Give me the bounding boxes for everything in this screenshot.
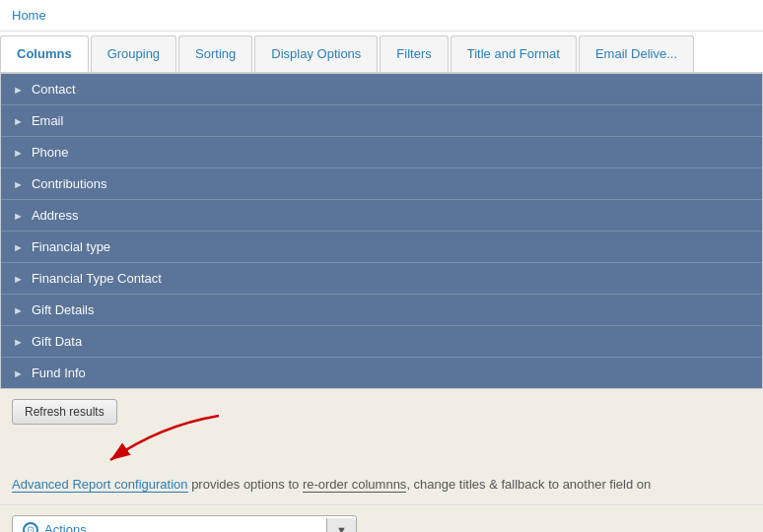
info-rest: , change titles & fallback to another fi… (406, 477, 651, 492)
section-label: Contact (32, 82, 76, 97)
tab-sorting[interactable]: Sorting (178, 35, 252, 72)
section-label: Financial Type Contact (32, 271, 162, 286)
advanced-config-link[interactable]: Advanced Report configuration (12, 477, 188, 493)
tab-title-and-format[interactable]: Title and Format (451, 35, 577, 72)
triangle-icon: ► (13, 336, 24, 348)
triangle-icon: ► (13, 178, 24, 190)
info-text: Advanced Report configuration provides o… (12, 475, 751, 495)
section-label: Phone (32, 145, 69, 160)
section-label: Financial type (32, 239, 110, 254)
tab-display-options[interactable]: Display Options (254, 35, 378, 72)
info-section: Advanced Report configuration provides o… (0, 434, 763, 504)
section-label: Gift Data (32, 334, 82, 349)
content-area: ►Contact►Email►Phone►Contributions►Addre… (0, 73, 763, 504)
section-label: Fund Info (32, 366, 86, 380)
tabs-container: ColumnsGroupingSortingDisplay OptionsFil… (0, 32, 763, 73)
triangle-icon: ► (13, 367, 24, 379)
section-label: Email (32, 113, 64, 128)
section-label: Contributions (32, 176, 107, 191)
actions-bar: ⊙ Actions ▼ (0, 504, 763, 533)
section-row-email[interactable]: ►Email (1, 105, 762, 137)
section-row-financial-type-contact[interactable]: ►Financial Type Contact (1, 263, 762, 295)
section-row-fund-info[interactable]: ►Fund Info (1, 358, 762, 388)
info-underline: re-order columnns (303, 477, 407, 493)
section-label: Gift Details (32, 302, 95, 317)
triangle-icon: ► (13, 304, 24, 316)
breadcrumb: Home (0, 0, 763, 32)
section-list: ►Contact►Email►Phone►Contributions►Addre… (0, 73, 763, 389)
section-row-contact[interactable]: ►Contact (1, 74, 762, 105)
tab-filters[interactable]: Filters (380, 35, 448, 72)
section-label: Address (32, 208, 79, 223)
page-wrapper: Home ColumnsGroupingSortingDisplay Optio… (0, 0, 763, 532)
section-row-phone[interactable]: ►Phone (1, 137, 762, 168)
actions-left: ⊙ Actions (13, 516, 326, 533)
section-row-address[interactable]: ►Address (1, 200, 762, 232)
triangle-icon: ► (13, 147, 24, 159)
tab-columns[interactable]: Columns (0, 35, 89, 72)
tab-grouping[interactable]: Grouping (91, 35, 176, 72)
section-row-gift-details[interactable]: ►Gift Details (1, 295, 762, 326)
triangle-icon: ► (13, 273, 24, 285)
actions-chevron-icon: ▼ (326, 518, 356, 533)
section-row-contributions[interactable]: ►Contributions (1, 168, 762, 200)
tab-email-delivery[interactable]: Email Delive... (579, 35, 694, 72)
triangle-icon: ► (13, 241, 24, 253)
triangle-icon: ► (13, 115, 24, 127)
arrow-area (12, 440, 751, 475)
info-body: provides options to (188, 477, 303, 492)
triangle-icon: ► (13, 210, 24, 222)
section-row-gift-data[interactable]: ►Gift Data (1, 326, 762, 358)
actions-circle-icon: ⊙ (23, 522, 38, 533)
actions-dropdown[interactable]: ⊙ Actions ▼ (12, 515, 357, 533)
red-arrow-svg (81, 411, 239, 470)
home-link[interactable]: Home (12, 8, 46, 23)
section-row-financial-type[interactable]: ►Financial type (1, 232, 762, 263)
triangle-icon: ► (13, 84, 24, 96)
actions-label: Actions (44, 522, 87, 532)
